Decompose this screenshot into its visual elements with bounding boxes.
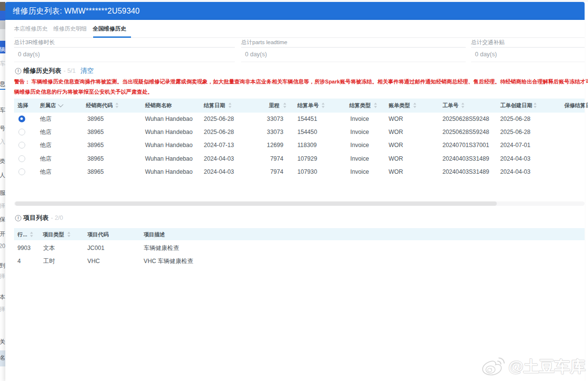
table-cell: 154451 (297, 116, 317, 122)
background-text-fragment: 选择 (0, 202, 5, 209)
column-header: 所属店 (40, 102, 56, 109)
watermark: @土豆车库 (480, 357, 586, 377)
divider (14, 47, 235, 48)
table-cell: 118309 (297, 142, 317, 149)
tab-bar: 本店维修历史维修历史明细全国维修历史 (14, 25, 126, 32)
column-header: 保修结算日期 (564, 102, 588, 109)
column-header: 选择 (17, 102, 28, 109)
items-section-title: 项目列表 (23, 215, 49, 221)
weibo-icon (480, 357, 506, 377)
table-cell: 154450 (297, 129, 317, 135)
sort-icon[interactable] (30, 232, 33, 237)
table-cell: Wuhan Handebao (145, 168, 193, 175)
stat-label-parts-leadtime: 总计parts leadtime (241, 39, 287, 46)
background-text-fragment: 关 (0, 338, 5, 345)
history-section-count: - 5/1 (64, 67, 76, 74)
table-cell: 20250628S59248 (442, 129, 489, 135)
stat-value-3r-duration: 0 day(s) (18, 51, 40, 58)
sort-icon[interactable] (67, 232, 71, 237)
table-cell: 107930 (297, 168, 317, 175)
row-radio[interactable] (18, 116, 25, 122)
divider (14, 62, 235, 62)
column-header: 工单号 (442, 102, 458, 109)
background-block (0, 29, 5, 41)
table-cell: 107929 (297, 155, 317, 162)
tab-history-detail[interactable]: 维修历史明细 (53, 25, 87, 32)
table-cell: Wuhan Handebao (145, 129, 193, 135)
background-text-fragment: 到 (0, 262, 5, 269)
background-text-fragment: 车辆 (0, 46, 5, 53)
table-cell: 4 (17, 258, 21, 265)
table-cell: 20250628S59248 (442, 116, 489, 122)
column-header: 项目代码 (87, 231, 109, 238)
background-block (0, 89, 5, 90)
table-cell: 20240403S31489 (442, 168, 489, 175)
table-cell: 2024-04-03 (204, 168, 234, 175)
background-block (0, 20, 5, 29)
tab-national-history[interactable]: 全国维修历史 (93, 25, 126, 32)
sort-icon[interactable] (115, 103, 119, 108)
column-header: 经销商代码 (86, 102, 113, 109)
background-block (0, 2, 5, 11)
sort-icon[interactable] (461, 103, 465, 108)
table-cell: Invoice (350, 116, 369, 122)
table-cell: Wuhan Handebao (145, 155, 193, 162)
background-text-fragment: 保 (0, 216, 5, 223)
clear-button[interactable]: 清空 (81, 67, 94, 74)
column-header: 结算类型 (349, 102, 371, 109)
sort-icon[interactable] (413, 103, 417, 108)
table-cell: 2025-06-28 (204, 116, 234, 122)
table-cell: 38965 (87, 142, 104, 149)
divider (471, 47, 585, 48)
table-cell: WOR (389, 116, 403, 122)
table-cell: 2024-04-03 (500, 168, 530, 175)
table-cell: 38965 (87, 129, 104, 135)
table-cell: 文本 (43, 244, 55, 252)
row-radio[interactable] (18, 129, 25, 135)
sort-icon[interactable] (322, 103, 325, 108)
sort-icon[interactable] (283, 103, 287, 108)
table-cell: 车辆健康检查 (144, 244, 179, 252)
table-cell: Invoice (350, 168, 369, 175)
table-cell: 2024-07-01 (500, 142, 530, 149)
table-cell: 7974 (270, 155, 283, 162)
table-cell: WOR (389, 129, 403, 135)
sort-icon[interactable] (374, 103, 377, 108)
watermark-text: @土豆车库 (508, 357, 586, 377)
background-text-fragment: 服 (0, 189, 5, 196)
warning-text-line1: 警告： 车辆维修历史信息查询操作将被监测。当出现疑似维修记录泄露或倒卖现象，如大… (14, 78, 588, 85)
background-text-fragment: 车 (0, 107, 5, 114)
row-radio[interactable] (18, 168, 25, 175)
background-text-fragment: 开 (0, 231, 5, 237)
table-cell: 9903 (17, 245, 31, 251)
table-cell: VHC 车辆健康检查 (144, 257, 193, 265)
column-header: 行... (17, 231, 27, 238)
table-cell: 他店 (40, 115, 51, 123)
table-cell: Invoice (350, 129, 369, 135)
row-radio[interactable] (18, 155, 25, 162)
sort-icon[interactable] (229, 103, 232, 108)
horizontal-scrollbar-thumb[interactable] (15, 201, 497, 206)
table-cell: JC001 (87, 245, 104, 251)
table-cell: Invoice (350, 155, 369, 162)
table-cell: 33073 (267, 116, 283, 122)
active-tab-underline (93, 36, 131, 38)
table-cell: 工时 (43, 257, 55, 265)
background-text-fragment: 本 (0, 294, 5, 300)
table-cell: 2024-04-03 (204, 155, 234, 162)
table-cell: 他店 (40, 141, 51, 149)
tab-local-history[interactable]: 本店维修历史 (14, 25, 48, 32)
column-header: 里程 (269, 102, 279, 109)
table-cell: 2025-06-28 (500, 129, 530, 135)
history-section-header: ! 维修历史列表 - 5/1 清空 (15, 67, 94, 74)
sort-icon[interactable] (534, 103, 537, 108)
table-cell: WOR (389, 142, 403, 149)
table-cell: WOR (389, 155, 403, 162)
items-section-count: - 2/0 (51, 215, 63, 221)
info-circle-icon: ! (15, 215, 21, 221)
row-radio[interactable] (18, 142, 25, 149)
background-text-fragment: 号 (0, 125, 5, 132)
background-text-fragment: 信息 (0, 81, 5, 87)
background-text-fragment: 选择 (0, 273, 5, 280)
table-cell: 他店 (40, 154, 51, 163)
